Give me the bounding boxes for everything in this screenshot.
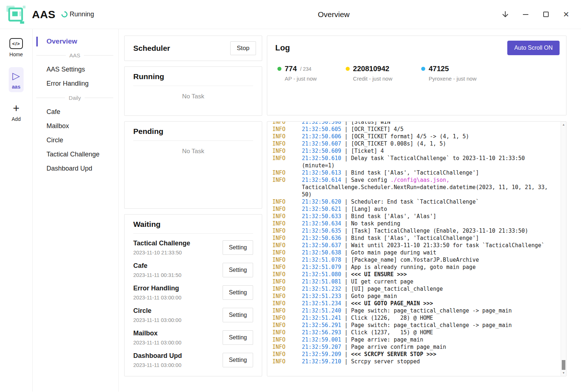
log-message: Goto main page during wait — [351, 249, 436, 256]
pending-empty-text: No Task — [125, 141, 262, 162]
stat-label: Credit - just now — [353, 75, 392, 82]
main-area: </> Home ▷ aas + Add Overview AASAAS Set… — [0, 29, 581, 392]
stop-button[interactable]: Stop — [230, 41, 256, 55]
task-setting-button[interactable]: Setting — [223, 240, 253, 255]
log-separator: | — [341, 242, 351, 249]
minimize-button[interactable] — [521, 10, 530, 19]
scroll-up-arrow-icon[interactable]: ▲ — [561, 123, 566, 126]
log-line: INFO 21:32:51.240 | Page switch: page_ta… — [272, 307, 549, 314]
update-arrow-icon[interactable] — [500, 10, 510, 19]
waiting-title: Waiting — [133, 215, 253, 234]
rail-item-add[interactable]: + Add — [8, 99, 24, 124]
log-line: INFO 21:32:51.081 | UI get current page — [272, 278, 549, 285]
log-time: 21:32:51.241 — [302, 315, 341, 321]
log-message: [OCR_TICKET format] 4/5 -> (4, 1, 5) — [351, 133, 469, 140]
stat-label: Pyroxene - just now — [428, 75, 476, 82]
log-message: Click (1226, 28) @ HOME — [351, 315, 433, 321]
log-level: INFO — [272, 329, 285, 336]
task-setting-button[interactable]: Setting — [223, 263, 253, 277]
log-line: INFO 21:32:59.207 | Page arrive confirm … — [272, 343, 549, 351]
rail-item-home[interactable]: </> Home — [6, 35, 26, 60]
log-message: UI get current page — [351, 278, 414, 285]
log-scrollbar[interactable]: ▲ ▼ — [561, 122, 566, 376]
stat-value: 47125 — [428, 65, 449, 73]
divider-line — [84, 55, 113, 56]
task-next-run: 2023-11-11 03:00:00 — [133, 340, 182, 346]
maximize-button[interactable] — [541, 10, 550, 19]
log-card: Log Auto Scroll ON 774/ 234AP - just now… — [267, 36, 566, 115]
stat-top-row: 774/ 234 — [277, 65, 317, 73]
task-setting-button[interactable]: Setting — [223, 308, 253, 322]
task-next-run: 2023-11-11 03:00:00 — [133, 317, 182, 323]
sidebar-item-circle[interactable]: Circle — [36, 133, 113, 147]
close-button[interactable]: ✕ — [561, 10, 571, 19]
log-message: Bind task ['Alas', 'Alas'] — [351, 213, 436, 220]
titlebar: AAS Running Overview ✕ — [0, 0, 581, 29]
log-level: INFO — [272, 199, 285, 205]
log-output-panel[interactable]: INFO 21:32:50.598 | [Status] WININFO 21:… — [267, 121, 566, 376]
sidebar-menu: Overview AASAAS SettingsError HandlingDa… — [33, 29, 119, 392]
log-separator: | — [341, 206, 351, 212]
task-setting-button[interactable]: Setting — [223, 353, 253, 367]
log-level: INFO — [272, 358, 285, 365]
log-message: Bind task ['Alas', 'TacticalChallenge'] — [351, 235, 479, 241]
log-line: INFO 21:32:51.080 | <<< UI ENSURE >>> — [272, 271, 549, 278]
log-stats: 774/ 234AP - just now220810942Credit - j… — [275, 65, 560, 82]
task-setting-button[interactable]: Setting — [223, 330, 253, 345]
pending-card: Pending No Task — [124, 121, 262, 209]
log-message: Goto page_main — [351, 293, 397, 299]
sidebar-item-aas-settings[interactable]: AAS Settings — [36, 62, 113, 77]
status-text: Running — [70, 11, 94, 18]
running-title: Running — [133, 67, 253, 86]
log-line: INFO 21:32:59.001 | Page arrive: page_ma… — [272, 336, 549, 343]
task-next-run: 2023-11-11 00:31:50 — [133, 272, 182, 278]
log-level: INFO — [272, 170, 285, 176]
waiting-task-row: Error Handling2023-11-11 03:00:00Setting — [133, 281, 253, 304]
log-separator: | — [341, 264, 351, 270]
log-message: Page arrive confirm page_main — [351, 344, 446, 350]
log-separator: | — [341, 155, 351, 162]
scrollbar-thumb[interactable] — [562, 360, 565, 370]
stat-item: 774/ 234AP - just now — [277, 65, 317, 82]
log-message: [UI] page_tactical_challenge — [351, 286, 443, 292]
sidebar-item-cafe[interactable]: Cafe — [36, 105, 113, 119]
log-time: 21:32:50.598 — [302, 121, 341, 125]
log-level: INFO — [272, 286, 285, 292]
log-separator: | — [341, 351, 351, 358]
log-message: [Ticket] 4 — [351, 148, 384, 154]
log-message: <<< SCRCPY SERVER STOP >>> — [351, 351, 436, 358]
waiting-task-row: Dashboard Upd2023-11-11 03:00:00Setting — [133, 349, 253, 371]
log-level: INFO — [272, 307, 285, 314]
sidebar-item-overview[interactable]: Overview — [36, 35, 113, 48]
log-time: 21:32:50.614 — [302, 177, 341, 183]
pending-title: Pending — [133, 122, 253, 141]
log-output: INFO 21:32:50.598 | [Status] WININFO 21:… — [267, 121, 549, 365]
log-time: 21:32:50.606 — [302, 133, 341, 140]
sidebar-item-error-handling[interactable]: Error Handling — [36, 77, 113, 91]
auto-scroll-button[interactable]: Auto Scroll ON — [507, 41, 560, 55]
rail-item-aas[interactable]: ▷ aas — [9, 67, 24, 92]
log-level: INFO — [272, 293, 285, 299]
log-message: <<< UI ENSURE >>> — [351, 271, 407, 278]
sidebar-item-mailbox[interactable]: Mailbox — [36, 119, 113, 133]
task-next-run: 2023-11-11 03:00:00 — [133, 362, 182, 368]
log-line: INFO 21:32:50.621 | [Lang] auto — [272, 205, 549, 213]
nav-group-divider: Daily — [36, 95, 113, 101]
window-controls: ✕ — [500, 10, 571, 19]
task-name: Tactical Challenge — [133, 240, 190, 247]
minimize-icon — [523, 14, 528, 15]
stat-dot-icon — [277, 67, 281, 71]
log-time: 21:32:50.638 — [302, 249, 341, 256]
sidebar-item-tactical-challenge[interactable]: Tactical Challenge — [36, 147, 113, 162]
task-name: Circle — [133, 307, 182, 315]
log-message: <<< UI GOTO PAGE_MAIN >>> — [351, 300, 433, 307]
app-window: AAS Running Overview ✕ </> Home ▷ aas — [0, 0, 581, 392]
log-separator: | — [341, 126, 351, 132]
sidebar-item-dashboard-upd[interactable]: Dashboard Upd — [36, 162, 113, 176]
task-setting-button[interactable]: Setting — [223, 285, 253, 300]
stat-item: 220810942Credit - just now — [346, 65, 392, 82]
log-message: No task pending — [351, 220, 400, 227]
status-indicator: Running — [61, 11, 94, 18]
scroll-down-arrow-icon[interactable]: ▼ — [561, 371, 566, 375]
log-line: INFO 21:32:51.078 | [Package_name] com.Y… — [272, 256, 549, 264]
